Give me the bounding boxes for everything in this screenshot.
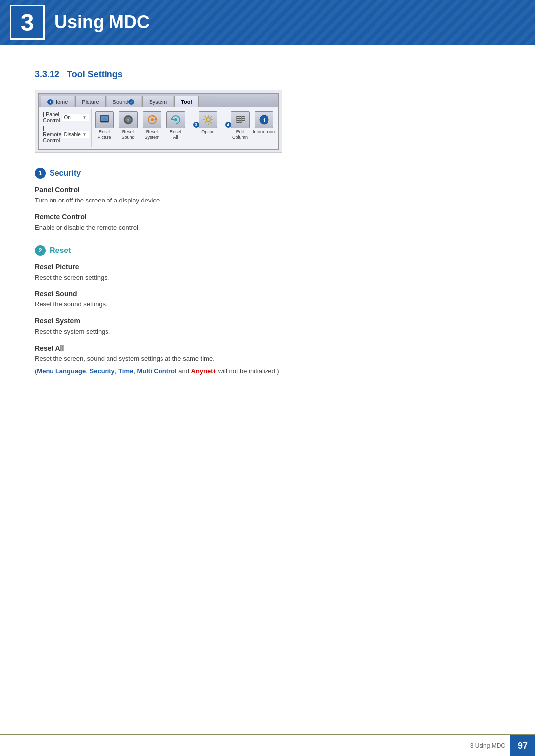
reset-note: (Menu Language, Security, Time, Multi Co… xyxy=(35,366,500,377)
btn-reset-picture[interactable]: ResetPicture xyxy=(94,111,115,145)
page-number: 97 xyxy=(510,735,535,756)
btn-edit-column[interactable]: EditColumn xyxy=(229,111,251,145)
ui-tabs: 1 Home Picture Sound 2 System Tool xyxy=(39,94,278,107)
page-footer: 3 Using MDC 97 xyxy=(0,734,535,756)
svg-rect-13 xyxy=(236,120,245,121)
panel-control-value[interactable]: On xyxy=(62,114,89,121)
svg-rect-15 xyxy=(236,116,237,123)
reset-sound-heading: Reset Sound xyxy=(35,290,500,298)
panel-control-label: | Panel Control xyxy=(43,111,62,123)
reset-all-desc: Reset the screen, sound and system setti… xyxy=(35,354,500,364)
reset-picture-label: ResetPicture xyxy=(98,129,111,140)
tab-home[interactable]: 1 Home xyxy=(41,96,74,107)
reset-picture-desc: Reset the screen settings. xyxy=(35,273,500,283)
reset-all-heading: Reset All xyxy=(35,344,500,352)
tab-tool[interactable]: Tool xyxy=(174,96,198,107)
tool-group-edit: EditColumn i Information xyxy=(229,111,275,145)
reset-sound-label: ResetSound xyxy=(122,129,135,140)
badge-2: 2 xyxy=(128,99,134,105)
tab-picture[interactable]: Picture xyxy=(75,96,105,107)
security-number: 1 xyxy=(35,168,46,179)
reset-system-heading: Reset System xyxy=(35,317,500,325)
section-heading: 3.3.12 Tool Settings xyxy=(35,69,500,80)
reset-system-desc: Reset the system settings. xyxy=(35,327,500,337)
remote-control-row: | Remote Control Disable xyxy=(43,125,89,143)
remote-control-desc: Enable or disable the remote control. xyxy=(35,223,500,233)
panel-control-row: | Panel Control On xyxy=(43,111,89,123)
note-time: Time xyxy=(118,367,133,375)
svg-rect-17 xyxy=(241,116,242,123)
chapter-header: 3 Using MDC xyxy=(0,0,535,45)
tab-system[interactable]: System xyxy=(142,96,173,107)
btn-reset-sound[interactable]: ResetSound xyxy=(117,111,139,145)
remote-control-label: | Remote Control xyxy=(43,125,62,143)
information-icon: i xyxy=(255,111,273,128)
reset-system-icon xyxy=(143,111,161,128)
svg-point-9 xyxy=(174,118,177,121)
panel-control-desc: Turn on or off the screen of a display d… xyxy=(35,196,500,206)
reset-number: 2 xyxy=(35,245,46,256)
edit-column-icon xyxy=(231,111,250,128)
tab-sound[interactable]: Sound 2 xyxy=(107,96,142,107)
security-section-title: 1 Security xyxy=(35,168,500,179)
btn-option[interactable]: Option xyxy=(197,111,219,145)
information-label: Information xyxy=(253,129,275,135)
note-menu-language: Menu Language xyxy=(37,367,86,375)
reset-picture-heading: Reset Picture xyxy=(35,263,500,271)
btn-reset-system[interactable]: ResetSystem xyxy=(141,111,163,145)
ui-right-panel: ResetPicture xyxy=(92,109,277,147)
footer-text: 3 Using MDC xyxy=(470,742,505,749)
reset-system-label: ResetSystem xyxy=(145,129,160,140)
btn-reset-all[interactable]: ResetAll xyxy=(165,111,187,145)
badge-1: 1 xyxy=(47,99,53,105)
reset-section-title: 2 Reset xyxy=(35,245,500,256)
group4-number: 4 xyxy=(225,111,227,145)
option-icon xyxy=(199,111,217,128)
tool-group-reset: ResetPicture xyxy=(94,111,187,145)
chapter-title: Using MDC xyxy=(54,12,150,33)
svg-rect-12 xyxy=(236,118,245,119)
group3-number: 3 xyxy=(193,111,195,145)
option-label: Option xyxy=(201,129,214,135)
note-security: Security xyxy=(90,367,115,375)
ui-content-row: | Panel Control On | Remote Control Disa… xyxy=(39,107,278,149)
edit-column-label: EditColumn xyxy=(232,129,248,140)
svg-rect-11 xyxy=(236,116,245,117)
svg-point-5 xyxy=(127,119,129,121)
panel-control-heading: Panel Control xyxy=(35,186,500,194)
svg-point-8 xyxy=(151,118,154,121)
svg-text:i: i xyxy=(263,116,265,124)
remote-control-value[interactable]: Disable xyxy=(62,131,89,138)
remote-control-heading: Remote Control xyxy=(35,213,500,221)
ui-toolbar: 1 Home Picture Sound 2 System Tool xyxy=(38,93,279,150)
note-anynet: Anynet+ xyxy=(191,367,217,375)
chapter-number: 3 xyxy=(10,5,45,40)
reset-picture-icon xyxy=(95,111,114,128)
security-title: Security xyxy=(50,169,81,178)
separator-1 xyxy=(190,112,190,144)
main-content: 3.3.12 Tool Settings 1 Home Picture Soun… xyxy=(0,45,535,418)
tool-group-option: Option xyxy=(197,111,219,145)
reset-title: Reset xyxy=(50,246,71,255)
btn-information[interactable]: i Information xyxy=(253,111,275,145)
ui-left-panel: | Panel Control On | Remote Control Disa… xyxy=(41,109,92,147)
ui-screenshot: 1 Home Picture Sound 2 System Tool xyxy=(35,90,282,153)
note-multi-control: Multi Control xyxy=(137,367,176,375)
svg-rect-18 xyxy=(244,116,245,121)
reset-sound-icon xyxy=(119,111,138,128)
reset-sound-desc: Reset the sound settings. xyxy=(35,300,500,310)
svg-rect-16 xyxy=(239,116,240,123)
svg-point-10 xyxy=(206,118,210,122)
reset-all-icon xyxy=(166,111,185,128)
reset-all-label: ResetAll xyxy=(170,129,182,140)
separator-2 xyxy=(222,112,222,144)
